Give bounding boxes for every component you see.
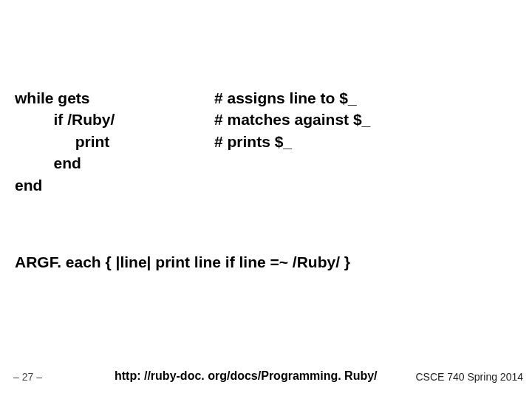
code-line: if /Ruby/# matches against $_ [15,109,517,130]
code-text: end [15,174,214,196]
course-label: CSCE 740 Spring 2014 [415,371,523,383]
code-line: end [15,174,517,196]
footer: – 27 – http: //ruby-doc. org/docs/Progra… [0,365,532,383]
code-text: end [15,152,214,174]
code-text: print [15,131,214,152]
code-line: while gets# assigns line to $_ [15,87,517,109]
code-line: end [15,152,517,174]
code-text: if /Ruby/ [15,109,214,130]
page-number: – 27 – [13,371,42,383]
code-line: print# prints $_ [15,131,517,152]
code-block: while gets# assigns line to $_ if /Ruby/… [15,87,517,196]
argf-line: ARGF. each { |line| print line if line =… [15,253,517,271]
code-comment: # assigns line to $_ [214,87,357,109]
slide-content: while gets# assigns line to $_ if /Ruby/… [15,87,517,271]
code-comment: # matches against $_ [214,109,370,130]
slide: while gets# assigns line to $_ if /Ruby/… [0,0,532,399]
code-text: while gets [15,87,214,109]
code-comment: # prints $_ [214,131,292,152]
footer-url: http: //ruby-doc. org/docs/Programming. … [115,369,378,383]
